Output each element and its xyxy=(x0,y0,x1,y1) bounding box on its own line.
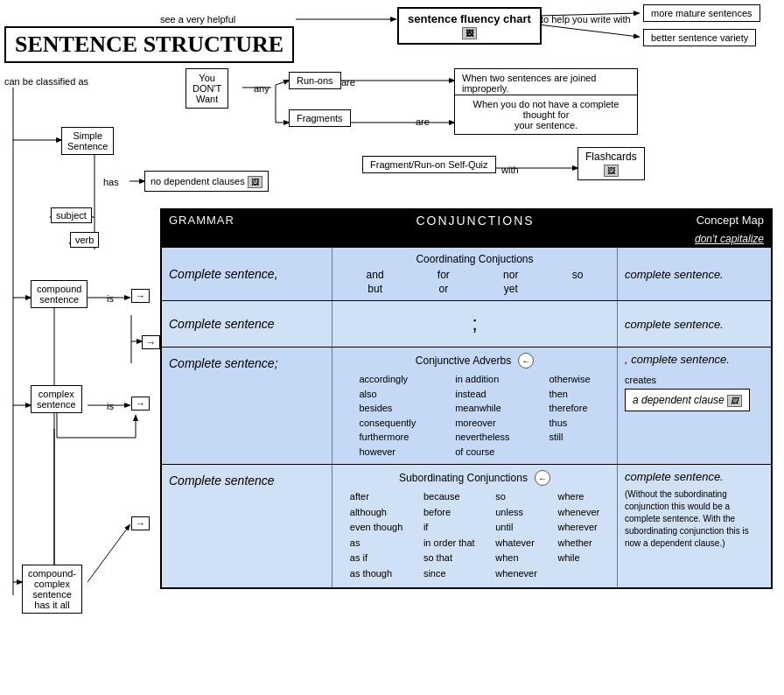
compound-complex-box: compound-complexsentencehas it all xyxy=(22,565,82,614)
can-be-label: can be classified as xyxy=(4,76,88,87)
with-label: with xyxy=(501,165,519,175)
grammar-col1-header: GRAMMAR xyxy=(162,214,332,228)
any-label: any xyxy=(254,83,270,94)
arrow-btn-complex[interactable]: → xyxy=(131,397,150,411)
sub-right-note: (Without the subordinating conjunction t… xyxy=(625,488,764,550)
no-thought-box: When you do not have a complete thought … xyxy=(454,95,638,135)
subject-box: subject xyxy=(51,207,92,223)
is-label-1: is xyxy=(107,293,114,304)
chart-box[interactable]: sentence fluency chart 🖼 xyxy=(397,7,542,45)
flashcards-box[interactable]: Flashcards 🖼 xyxy=(578,147,645,180)
row4-right-text: complete sentence. xyxy=(625,470,724,483)
you-dont-box: You DON'T Want xyxy=(186,68,228,109)
grammar-row-1: Complete sentence, Coordinating Conjucti… xyxy=(162,247,771,300)
no-dep-clauses-box: no dependent clauses 🖼 xyxy=(144,171,269,192)
svg-line-29 xyxy=(88,525,130,582)
row2-right: complete sentence. xyxy=(618,301,771,347)
are-label-2: are xyxy=(416,116,430,127)
row4-left: Complete sentence xyxy=(162,465,332,587)
row1-mid: Coordinating Conjuctions and but for or … xyxy=(332,248,618,300)
simple-sentence-box: SimpleSentence xyxy=(61,127,114,155)
row3-mid: Conjunctive Adverbs ← accordingly also b… xyxy=(332,348,618,464)
grammar-col2-header: CONJUNCTIONS xyxy=(332,214,618,228)
row2-mid: ; xyxy=(332,301,618,347)
coord-conj-title: Coordinating Conjuctions xyxy=(340,253,610,265)
sub-words: after although even though as as if as t… xyxy=(340,489,610,582)
no-dep-icon: 🖼 xyxy=(248,176,262,188)
are-label-1: are xyxy=(341,77,355,88)
dont-capitalize: don't capitalize xyxy=(162,231,771,247)
grammar-header: GRAMMAR CONJUNCTIONS Concept Map xyxy=(162,210,771,231)
page-title: SENTENCE STRUCTURE xyxy=(4,26,294,63)
conj-adverb-title: Conjunctive Adverbs ← xyxy=(340,353,610,369)
main-container: SENTENCE STRUCTURE see a very helpful se… xyxy=(0,0,784,695)
row3-right-text: , complete sentence. xyxy=(625,353,730,366)
runons-box: Run-ons xyxy=(289,72,341,89)
sub-conj-arrow[interactable]: ← xyxy=(535,470,550,486)
dep-clause-box: a dependent clause 🖼 xyxy=(625,389,750,411)
grammar-row-3: Complete sentence; Conjunctive Adverbs ←… xyxy=(162,347,771,464)
row1-left: Complete sentence, xyxy=(162,248,332,300)
coord-words: and but for or nor yet so xyxy=(340,269,610,295)
row4-right: complete sentence. (Without the subordin… xyxy=(618,465,771,587)
svg-line-2 xyxy=(538,25,639,37)
arrow-btn-cc[interactable]: → xyxy=(131,516,150,530)
dep-clause-icon: 🖼 xyxy=(727,395,742,407)
grammar-row-4: Complete sentence Subordinating Conjunct… xyxy=(162,464,771,587)
mature-sentences-box: more mature sentences xyxy=(643,4,760,22)
chart-icon: 🖼 xyxy=(462,27,477,39)
row4-mid: Subordinating Conjunctions ← after altho… xyxy=(332,465,618,587)
grammar-row-2: Complete sentence ; complete sentence. xyxy=(162,300,771,347)
has-label: has xyxy=(103,177,119,187)
row3-left: Complete sentence; xyxy=(162,348,332,464)
chart-label: sentence fluency chart xyxy=(408,12,531,25)
creates-label: creates xyxy=(625,375,656,385)
flashcards-icon: 🖼 xyxy=(604,165,619,177)
sub-conj-title: Subordinating Conjunctions ← xyxy=(340,470,610,486)
self-quiz-box[interactable]: Fragment/Run-on Self-Quiz xyxy=(362,156,496,173)
svg-line-14 xyxy=(276,81,289,85)
semicolon: ; xyxy=(340,306,610,341)
is-label-2: is xyxy=(107,401,114,411)
to-help-label: to help you write with xyxy=(541,14,631,25)
grammar-table: GRAMMAR CONJUNCTIONS Concept Map don't c… xyxy=(160,208,773,589)
row2-left: Complete sentence xyxy=(162,301,332,347)
fragments-box: Fragments xyxy=(289,109,351,127)
arrow-btn-compound-2[interactable]: → xyxy=(142,335,160,349)
simple-sentence-label: SimpleSentence xyxy=(67,130,108,151)
grammar-col3-header: Concept Map xyxy=(618,214,771,228)
conj-words: accordingly also besides consequently fu… xyxy=(340,372,610,459)
arrow-btn-compound-1[interactable]: → xyxy=(131,289,150,303)
see-label: see a very helpful xyxy=(160,14,235,25)
variety-box: better sentence variety xyxy=(643,29,756,46)
compound-sentence-box: compoundsentence xyxy=(31,280,88,308)
joined-box: When two sentences are joined improperly… xyxy=(454,68,638,98)
row3-right: , complete sentence. creates a dependent… xyxy=(618,348,771,464)
conj-adverb-arrow[interactable]: ← xyxy=(518,353,534,369)
row1-right: complete sentence. xyxy=(618,248,771,300)
verb-box: verb xyxy=(70,232,99,248)
complex-sentence-box: complexsentence xyxy=(31,385,82,413)
